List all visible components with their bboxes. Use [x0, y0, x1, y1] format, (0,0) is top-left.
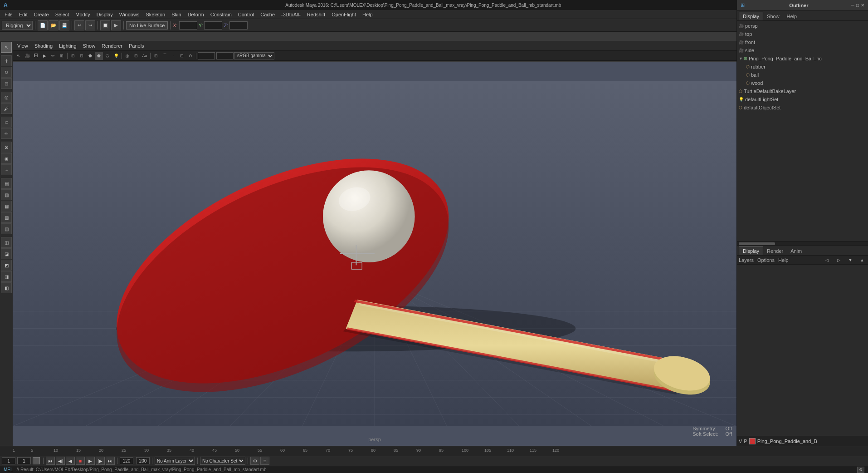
wireframe-icon[interactable]: ⊡: [78, 52, 86, 60]
no-live-surface-button[interactable]: No Live Surface: [126, 21, 168, 30]
tab-show[interactable]: Show: [763, 12, 783, 20]
skip-to-start-button[interactable]: ⏮: [46, 457, 55, 465]
lighting-menu[interactable]: Lighting: [56, 42, 79, 49]
undo-button[interactable]: ↩: [74, 20, 84, 30]
select-tool-button[interactable]: ↖: [1, 42, 12, 53]
renderer-menu[interactable]: Renderer: [99, 42, 125, 49]
menu-skin[interactable]: Skin: [169, 11, 184, 18]
stop-button[interactable]: ■: [76, 457, 85, 465]
play-back-button[interactable]: ◀: [66, 457, 75, 465]
cb-action-1[interactable]: ◁: [823, 256, 831, 264]
color-space-dropdown[interactable]: sRGB gamma: [234, 52, 274, 59]
outliner-maximize[interactable]: □: [856, 3, 859, 8]
snap-point-icon[interactable]: ·: [169, 52, 177, 60]
menu-modify[interactable]: Modify: [73, 11, 93, 18]
paint-skin-button[interactable]: 🖌: [1, 103, 12, 114]
cb-sub-options[interactable]: Options: [757, 257, 775, 263]
lasso-button[interactable]: ⊂: [1, 117, 12, 128]
grid-icon[interactable]: ⊞: [69, 52, 77, 60]
anim-end-input[interactable]: [136, 457, 150, 464]
textured-icon[interactable]: ⬠: [103, 52, 112, 60]
outliner-item-side[interactable]: 🎥 side: [737, 46, 868, 54]
outliner-item-top[interactable]: 🎥 top: [737, 30, 868, 38]
outliner-close[interactable]: ✕: [861, 3, 864, 8]
shading-menu[interactable]: Shading: [32, 42, 55, 49]
step-back-button[interactable]: ◀|: [56, 457, 65, 465]
outliner-item-default-obj[interactable]: ⬡ defaultObjectSet: [737, 103, 868, 112]
render-settings-1[interactable]: ◫: [1, 237, 12, 248]
outliner-item-ping-pong[interactable]: ▼ ⊞ Ping_Pong_Paddle_and_Ball_nc: [737, 54, 868, 63]
snap-view-icon[interactable]: ⊡: [178, 52, 186, 60]
time-ruler[interactable]: 1 5 10 15 20 25 30 35 40 45 50 55 60 65 …: [0, 446, 868, 456]
render-settings-4[interactable]: ◨: [1, 271, 12, 282]
menu-file[interactable]: File: [2, 11, 15, 18]
character-set-dropdown[interactable]: No Character Set: [200, 457, 245, 465]
menu-constrain[interactable]: Constrain: [208, 11, 234, 18]
menu-openflight[interactable]: OpenFlight: [329, 11, 359, 18]
snap-live-icon[interactable]: ⊙: [186, 52, 195, 60]
rotate-tool-button[interactable]: ↻: [1, 67, 12, 78]
menu-cache[interactable]: Cache: [258, 11, 278, 18]
menu-3dtoall[interactable]: -3DtoAll-: [278, 11, 303, 18]
camera-icon[interactable]: 🎥: [23, 52, 31, 60]
film-icon[interactable]: 🎞: [32, 52, 40, 60]
cb-sub-layers[interactable]: Layers: [739, 257, 754, 263]
snap-grid-icon[interactable]: ⊞: [152, 52, 160, 60]
menu-control[interactable]: Control: [235, 11, 257, 18]
uv-icon[interactable]: ⊞: [58, 52, 66, 60]
render-view-icon[interactable]: ▶: [40, 52, 49, 60]
anim-layer-dropdown[interactable]: No Anim Layer: [155, 457, 195, 465]
layer-playback-label[interactable]: P: [744, 439, 747, 444]
cb-tab-anim[interactable]: Anim: [787, 247, 805, 255]
move-tool-button[interactable]: ✛: [1, 55, 12, 66]
cb-sub-help[interactable]: Help: [778, 257, 789, 263]
menu-edit[interactable]: Edit: [16, 11, 30, 18]
range-end-input[interactable]: [120, 457, 133, 464]
x-input[interactable]: [179, 21, 197, 30]
outliner-item-front[interactable]: 🎥 front: [737, 38, 868, 46]
outliner-item-turtle[interactable]: ⬡ TurtleDefaultBakeLayer: [737, 87, 868, 95]
shaded-icon[interactable]: ⬟: [86, 52, 94, 60]
open-scene-button[interactable]: 📂: [49, 20, 59, 30]
menu-create[interactable]: Create: [31, 11, 52, 18]
view-menu[interactable]: View: [15, 42, 31, 49]
menu-deform[interactable]: Deform: [185, 11, 207, 18]
range-start-input[interactable]: [17, 457, 31, 464]
isolate-icon[interactable]: ◎: [123, 52, 132, 60]
play-forward-button[interactable]: ▶: [86, 457, 95, 465]
outliner-item-default-light[interactable]: 💡 defaultLightSet: [737, 95, 868, 103]
cb-action-2[interactable]: ▷: [834, 256, 843, 264]
select-icon[interactable]: ↖: [15, 52, 23, 60]
anim-preferences-button[interactable]: ⚙: [250, 457, 259, 465]
cb-action-3[interactable]: ▼: [846, 256, 854, 264]
paint-fx-icon[interactable]: ✏: [49, 52, 57, 60]
save-scene-button[interactable]: 💾: [59, 20, 69, 30]
cluster-button[interactable]: ⊠: [1, 142, 12, 153]
current-frame-start-input[interactable]: [2, 457, 15, 464]
gamma-input[interactable]: 0.00: [198, 52, 215, 59]
step-forward-button[interactable]: |▶: [96, 457, 105, 465]
outliner-item-wood[interactable]: ⬡ wood: [737, 79, 868, 87]
menu-redshift[interactable]: Redshift: [304, 11, 328, 18]
layer-color-swatch[interactable]: [749, 438, 756, 444]
soft-mod-button[interactable]: ◎: [1, 92, 12, 103]
menu-skeleton[interactable]: Skeleton: [143, 11, 168, 18]
layer-tool-2[interactable]: ▥: [1, 189, 12, 200]
tab-help[interactable]: Help: [783, 12, 801, 20]
cb-tab-display[interactable]: Display: [739, 246, 763, 255]
status-settings-button[interactable]: ⚙: [857, 467, 864, 473]
snap-curve-icon[interactable]: ⌒: [161, 52, 169, 60]
mode-dropdown[interactable]: Rigging: [2, 21, 33, 30]
cb-action-4[interactable]: ▲: [858, 256, 866, 264]
cb-tab-render[interactable]: Render: [763, 247, 787, 255]
layer-tool-5[interactable]: ▨: [1, 223, 12, 234]
render-settings-3[interactable]: ◩: [1, 260, 12, 271]
outliner-item-ball[interactable]: ⬡ ball: [737, 71, 868, 79]
show-menu[interactable]: Show: [80, 42, 98, 49]
render-settings-2[interactable]: ◪: [1, 248, 12, 259]
outliner-minimize[interactable]: ─: [851, 3, 854, 8]
render-button[interactable]: 🔲: [100, 20, 110, 30]
z-input[interactable]: [229, 21, 248, 30]
joint-tool-button[interactable]: ◉: [1, 153, 12, 164]
outliner-scrollbar[interactable]: [737, 241, 868, 245]
